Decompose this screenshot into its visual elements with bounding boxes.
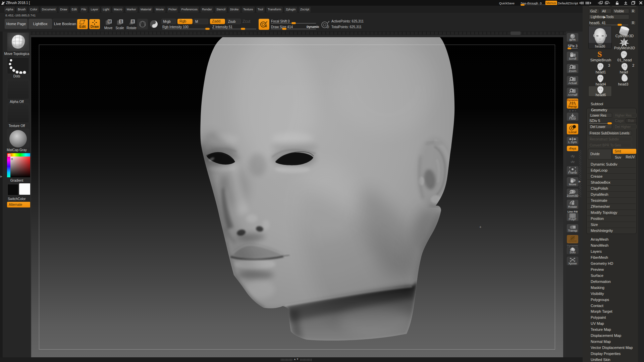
svg-text:M: M bbox=[108, 20, 111, 23]
svg-text:S: S bbox=[265, 24, 267, 28]
svg-text:D: D bbox=[327, 25, 329, 29]
svg-text:S: S bbox=[120, 20, 122, 23]
svg-text:R: R bbox=[131, 20, 134, 23]
